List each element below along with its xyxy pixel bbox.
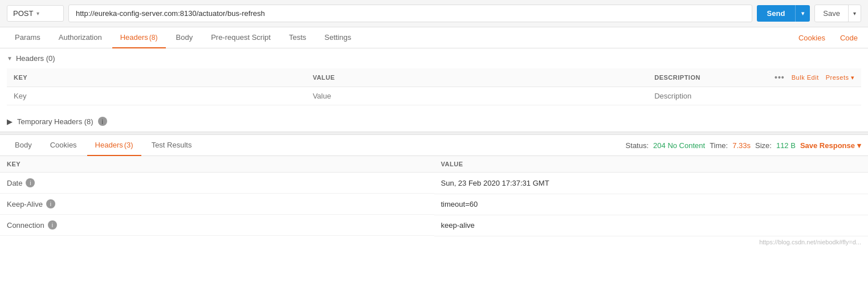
tab-pre-request-script[interactable]: Pre-request Script — [203, 27, 279, 48]
resp-key-text: Connection — [7, 221, 44, 230]
tab-settings[interactable]: Settings — [316, 27, 359, 48]
send-button[interactable]: Send ▾ — [757, 5, 810, 22]
table-row: Date iSun, 23 Feb 2020 17:37:31 GMT — [0, 173, 868, 194]
headers-table: KEY VALUE DESCRIPTION ••• Bulk Edit Pres… — [7, 68, 861, 105]
response-tabs: Body Cookies Headers(3) Test Results Sta… — [0, 135, 868, 156]
response-meta: Status: 204 No Content Time: 7.33s Size:… — [626, 137, 861, 154]
resp-tab-test-results[interactable]: Test Results — [144, 135, 200, 156]
resp-key-text: Keep-Alive — [7, 200, 43, 208]
headers-chevron-icon: ▼ — [7, 55, 13, 62]
size-label: Size: — [755, 141, 772, 150]
url-input[interactable] — [68, 5, 752, 22]
dots-menu-icon[interactable]: ••• — [775, 73, 785, 82]
tab-body[interactable]: Body — [168, 27, 201, 48]
temporary-headers-toggle[interactable]: ▶ Temporary Headers (8) i — [0, 111, 868, 132]
headers-empty-row — [7, 87, 861, 105]
headers-section-toggle[interactable]: ▼ Headers (0) — [7, 54, 861, 63]
top-bar: POST ▾ Send ▾ Save ▾ — [0, 0, 868, 27]
resp-key-cell: Keep-Alive i — [0, 194, 434, 215]
save-response-button[interactable]: Save Response ▾ — [800, 141, 861, 150]
resp-key-text: Date — [7, 179, 22, 187]
resp-key-cell: Connection i — [0, 215, 434, 236]
resp-tab-cookies[interactable]: Cookies — [42, 135, 85, 156]
tab-params[interactable]: Params — [7, 27, 48, 48]
resp-value-cell: keep-alive — [434, 215, 869, 236]
send-label: Send — [757, 5, 796, 22]
time-label: Time: — [710, 141, 728, 150]
headers-value-col: VALUE — [306, 68, 648, 87]
resp-key-cell: Date i — [0, 173, 434, 194]
save-label: Save — [815, 5, 849, 22]
presets-button[interactable]: Presets ▾ — [826, 74, 854, 81]
send-chevron-icon: ▾ — [796, 6, 810, 21]
cookies-link[interactable]: Cookies — [795, 28, 829, 48]
method-chevron-icon: ▾ — [36, 10, 39, 17]
resp-value-cell: Sun, 23 Feb 2020 17:37:31 GMT — [434, 173, 869, 194]
temp-headers-title: Temporary Headers (8) — [17, 117, 93, 126]
table-row: Keep-Alive itimeout=60 — [0, 194, 868, 215]
method-label: POST — [13, 9, 33, 18]
description-input[interactable] — [654, 92, 854, 100]
time-value: 7.33s — [732, 141, 751, 150]
size-value: 112 B — [776, 141, 796, 150]
temp-headers-chevron-icon: ▶ — [7, 117, 13, 126]
request-tabs: Params Authorization Headers(8) Body Pre… — [0, 27, 868, 48]
watermark: https://blog.csdn.net/niebodk#fly=d... — [0, 236, 868, 248]
resp-tab-headers[interactable]: Headers(3) — [87, 135, 141, 156]
headers-desc-col: DESCRIPTION ••• Bulk Edit Presets ▾ — [647, 68, 861, 87]
value-input[interactable] — [313, 92, 641, 100]
headers-section-title: Headers (0) — [16, 54, 55, 63]
temp-headers-info-icon[interactable]: i — [98, 117, 107, 126]
row-info-icon[interactable]: i — [46, 199, 55, 208]
resp-value-cell: timeout=60 — [434, 194, 869, 215]
status-label: Status: — [626, 141, 649, 150]
headers-section: ▼ Headers (0) KEY VALUE DESCRIPTION ••• … — [0, 48, 868, 111]
resp-tab-body[interactable]: Body — [7, 135, 40, 156]
row-info-icon[interactable]: i — [48, 220, 57, 230]
tab-headers[interactable]: Headers(8) — [112, 27, 166, 48]
save-chevron-icon: ▾ — [849, 6, 861, 21]
tab-authorization[interactable]: Authorization — [51, 27, 110, 48]
status-value: 204 No Content — [653, 141, 705, 150]
row-info-icon[interactable]: i — [26, 178, 35, 187]
bulk-edit-button[interactable]: Bulk Edit — [792, 74, 819, 81]
table-row: Connection ikeep-alive — [0, 215, 868, 236]
method-selector[interactable]: POST ▾ — [7, 5, 64, 22]
resp-key-col: KEY — [0, 156, 434, 173]
req-tab-right-links: Cookies Code — [795, 28, 861, 48]
save-button[interactable]: Save ▾ — [814, 5, 861, 22]
resp-value-col: VALUE — [434, 156, 869, 173]
key-input[interactable] — [14, 92, 299, 100]
code-link[interactable]: Code — [837, 28, 861, 48]
tab-tests[interactable]: Tests — [281, 27, 314, 48]
headers-key-col: KEY — [7, 68, 306, 87]
response-headers-table: KEY VALUE Date iSun, 23 Feb 2020 17:37:3… — [0, 156, 868, 236]
